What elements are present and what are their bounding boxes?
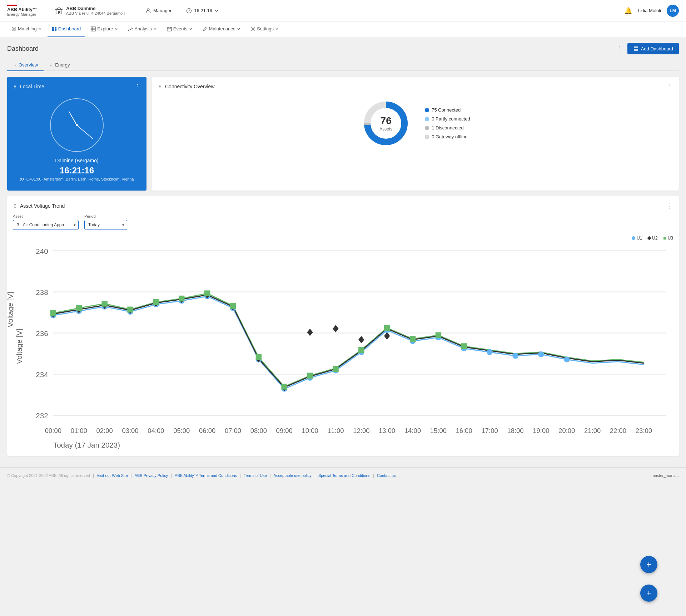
connected-label: 75 Connected xyxy=(432,107,461,113)
svg-rect-135 xyxy=(230,303,236,309)
svg-rect-18 xyxy=(167,27,172,31)
local-time-card-title: Local Time xyxy=(13,84,44,89)
footer-link-aup[interactable]: Acceptable use policy xyxy=(274,473,312,478)
svg-text:05:00: 05:00 xyxy=(173,427,190,434)
nav-matching[interactable]: Matching xyxy=(7,21,46,37)
svg-marker-126 xyxy=(358,336,364,344)
connectivity-more-icon[interactable]: ⋮ xyxy=(667,83,673,90)
clock-icon xyxy=(186,8,192,14)
sep: | xyxy=(171,473,172,478)
user-avatar[interactable]: LM xyxy=(667,5,679,17)
u2-dot xyxy=(647,236,651,240)
footer-link-privacy[interactable]: ABB Privacy Policy xyxy=(135,473,168,478)
nav-maintenance[interactable]: Maintenance xyxy=(198,21,245,37)
svg-point-34 xyxy=(51,65,52,66)
svg-rect-137 xyxy=(282,384,287,389)
svg-text:08:00: 08:00 xyxy=(250,427,267,434)
svg-rect-134 xyxy=(204,290,210,296)
svg-text:04:00: 04:00 xyxy=(148,427,164,434)
footer-link-contact[interactable]: Contact us xyxy=(377,473,396,478)
local-time-more-icon[interactable]: ⋮ xyxy=(134,83,141,90)
header-time[interactable]: 16:21:16 xyxy=(179,8,219,14)
svg-text:19:00: 19:00 xyxy=(533,427,549,434)
svg-rect-130 xyxy=(101,301,107,306)
svg-rect-10 xyxy=(52,27,54,29)
dashboard-actions: ⋮ Add Dashboard xyxy=(617,43,679,54)
svg-rect-132 xyxy=(153,299,159,305)
drag-handle-icon xyxy=(13,203,18,208)
svg-point-41 xyxy=(159,85,160,85)
voltage-more-icon[interactable]: ⋮ xyxy=(667,202,673,210)
svg-text:20:00: 20:00 xyxy=(558,427,575,434)
legend-u2: U2 xyxy=(648,236,657,241)
svg-marker-124 xyxy=(307,329,313,336)
footer-link-terms[interactable]: ABB Ability™ Terms and Conditions xyxy=(175,473,237,478)
chevron-down-icon xyxy=(114,27,118,31)
nav-settings[interactable]: Settings xyxy=(246,21,283,37)
svg-rect-26 xyxy=(636,49,638,51)
svg-text:11:00: 11:00 xyxy=(327,427,344,434)
svg-point-36 xyxy=(15,85,16,85)
svg-point-4 xyxy=(147,9,149,11)
notification-bell-icon[interactable]: 🔔 xyxy=(624,7,632,15)
svg-point-110 xyxy=(487,349,492,355)
app-header: ABB Ability™ Energy Manager ABB Dalmine … xyxy=(0,0,686,21)
nav-explore[interactable]: Explore xyxy=(86,21,122,37)
svg-point-40 xyxy=(15,88,16,88)
svg-text:18:00: 18:00 xyxy=(507,427,523,434)
svg-text:10:00: 10:00 xyxy=(302,427,318,434)
period-select-wrap[interactable]: Today Yesterday Last 7 days xyxy=(84,220,127,230)
nav-events[interactable]: Events xyxy=(163,21,197,37)
asset-select-wrap[interactable]: 3 - Air Conditioning Appa... xyxy=(13,220,79,230)
svg-point-43 xyxy=(159,86,160,87)
asset-select[interactable]: 3 - Air Conditioning Appa... xyxy=(13,220,79,230)
voltage-trend-card: Asset Voltage Trend ⋮ Asset 3 - Air Cond… xyxy=(7,196,679,456)
svg-rect-14 xyxy=(91,27,95,31)
svg-point-31 xyxy=(50,64,51,64)
nav-analysis[interactable]: Analysis xyxy=(124,21,161,37)
legend-partly: 0 Partly connected xyxy=(425,116,470,122)
period-select[interactable]: Today Yesterday Last 7 days xyxy=(84,220,127,230)
svg-rect-12 xyxy=(52,29,54,31)
building-icon xyxy=(55,8,63,14)
clock-location: Dalmine (Bergamo) xyxy=(55,158,98,163)
sep: | xyxy=(131,473,132,478)
svg-point-9 xyxy=(13,28,15,30)
svg-point-22 xyxy=(252,28,254,30)
drag-handle-icon xyxy=(158,84,163,89)
disconnected-dot xyxy=(425,126,429,130)
wrench-icon xyxy=(203,26,208,31)
asset-label: Asset xyxy=(13,214,79,218)
clock-time-display: 16:21:16 xyxy=(60,166,94,176)
main-content: Dashboard ⋮ Add Dashboard Overview Energ… xyxy=(0,37,686,467)
svg-text:Voltage [V]: Voltage [V] xyxy=(15,329,23,364)
svg-rect-139 xyxy=(333,366,338,372)
logo-bar xyxy=(7,5,17,6)
u3-dot xyxy=(663,237,666,240)
svg-point-39 xyxy=(14,88,15,88)
footer-link-website[interactable]: Visit our Web Site xyxy=(97,473,128,478)
nav-dashboard[interactable]: Dashboard xyxy=(48,21,85,37)
connected-dot xyxy=(425,108,429,112)
drag-icon xyxy=(13,63,17,67)
connectivity-card: Connectivity Overview ⋮ xyxy=(152,77,679,191)
svg-rect-140 xyxy=(358,347,364,353)
gateway-dot xyxy=(425,135,429,139)
more-options-icon[interactable]: ⋮ xyxy=(617,45,623,53)
svg-point-46 xyxy=(160,88,161,88)
svg-text:12:00: 12:00 xyxy=(353,427,369,434)
app-name: ABB Ability™ xyxy=(7,7,37,12)
svg-point-42 xyxy=(160,85,161,85)
footer-link-tou[interactable]: Terms of Use xyxy=(244,473,267,478)
tab-energy[interactable]: Energy xyxy=(44,59,75,71)
app-logo: ABB Ability™ Energy Manager xyxy=(7,5,37,16)
add-dashboard-button[interactable]: Add Dashboard xyxy=(627,43,679,54)
svg-point-45 xyxy=(159,88,160,88)
footer-link-special[interactable]: Special Terms and Conditions xyxy=(318,473,370,478)
tab-overview[interactable]: Overview xyxy=(7,59,44,71)
svg-point-44 xyxy=(160,86,161,87)
svg-point-28 xyxy=(15,64,16,64)
add-dashboard-icon xyxy=(633,46,639,51)
partly-dot xyxy=(425,117,429,121)
drag-icon xyxy=(49,63,54,67)
